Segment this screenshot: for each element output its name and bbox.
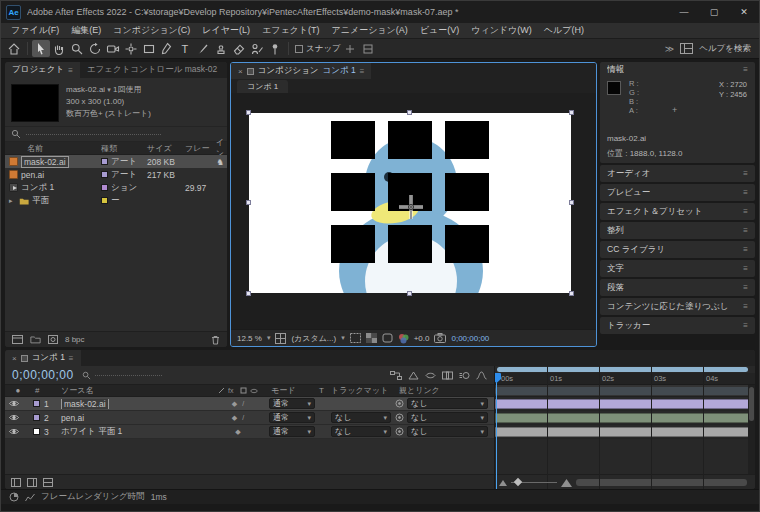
layer-bar-row-3[interactable] bbox=[495, 425, 755, 439]
pen-tool-icon[interactable] bbox=[158, 40, 176, 57]
item-name[interactable]: 平面 bbox=[32, 195, 49, 207]
expand-layer-switches-icon[interactable] bbox=[11, 478, 21, 487]
search-input[interactable] bbox=[95, 375, 162, 376]
resolution-dropdown[interactable]: (カスタム...) bbox=[291, 333, 336, 344]
col-type[interactable]: 種類 bbox=[101, 143, 147, 154]
project-bit-depth[interactable]: 8 bpc bbox=[65, 335, 85, 344]
selection-handle[interactable] bbox=[246, 291, 251, 296]
eye-icon[interactable] bbox=[9, 414, 19, 421]
panel-paragraph[interactable]: 段落≡ bbox=[600, 279, 755, 296]
menu-help[interactable]: ヘルプ(H) bbox=[538, 24, 590, 37]
close-tab-icon[interactable]: × bbox=[12, 354, 17, 363]
current-timecode[interactable]: 0;00;00;00 bbox=[12, 368, 74, 382]
pickwhip-icon[interactable] bbox=[395, 413, 404, 422]
timeline-zoom-slider[interactable] bbox=[511, 482, 557, 483]
label-chip[interactable] bbox=[101, 171, 108, 178]
minimize-button[interactable]: — bbox=[669, 1, 699, 23]
layer-switches[interactable]: ◆ bbox=[209, 428, 267, 436]
expand-transfer-controls-icon[interactable] bbox=[27, 478, 37, 487]
new-composition-icon[interactable] bbox=[48, 335, 58, 344]
menu-animation[interactable]: アニメーション(A) bbox=[326, 24, 414, 37]
panel-align[interactable]: 整列≡ bbox=[600, 222, 755, 239]
layer-bar-row-2[interactable] bbox=[495, 411, 755, 425]
col-switches[interactable]: fx bbox=[209, 387, 267, 394]
label-chip[interactable] bbox=[101, 197, 108, 204]
col-source-name[interactable]: ソース名 bbox=[61, 385, 209, 396]
timeline-columns-header[interactable]: ● # ソース名 fx モード T トラックマット 親とリンク bbox=[5, 384, 494, 397]
menu-effect[interactable]: エフェクト(T) bbox=[256, 24, 326, 37]
preview-timecode[interactable]: 0;00;00;00 bbox=[451, 334, 489, 343]
eye-icon[interactable] bbox=[9, 428, 19, 435]
layer-duration-bar[interactable] bbox=[495, 399, 753, 409]
timeline-vertical-scrollbar[interactable] bbox=[748, 385, 755, 474]
interpret-footage-icon[interactable] bbox=[12, 335, 23, 344]
tab-composition[interactable]: × コンポジション コンポ 1 ≡ bbox=[231, 63, 371, 79]
item-name[interactable]: mask-02.ai bbox=[21, 156, 69, 168]
selection-handle[interactable] bbox=[407, 291, 412, 296]
eraser-tool-icon[interactable] bbox=[230, 40, 248, 57]
panel-menu-icon[interactable]: ≡ bbox=[69, 354, 74, 363]
selection-handle[interactable] bbox=[246, 200, 251, 205]
zoom-out-mountain-icon[interactable] bbox=[499, 479, 507, 486]
snap-option2-icon[interactable] bbox=[359, 40, 377, 57]
layer-switches[interactable]: ◆/ bbox=[209, 414, 267, 422]
panel-preview[interactable]: プレビュー≡ bbox=[600, 184, 755, 201]
selection-handle[interactable] bbox=[246, 110, 251, 115]
workspace-icon[interactable] bbox=[680, 43, 693, 54]
panel-character[interactable]: 文字≡ bbox=[600, 260, 755, 277]
menu-edit[interactable]: 編集(E) bbox=[65, 24, 107, 37]
blend-mode-dropdown[interactable]: 通常▾ bbox=[269, 426, 315, 437]
layer-color-chip[interactable] bbox=[33, 428, 40, 435]
time-ruler[interactable]: 00s 01s 02s 03s 04s bbox=[495, 373, 755, 385]
menu-view[interactable]: ビュー(V) bbox=[414, 24, 465, 37]
type-tool-icon[interactable]: T bbox=[176, 40, 194, 57]
chevron-down-icon[interactable]: ▾ bbox=[107, 86, 111, 93]
panel-tracker[interactable]: トラッカー≡ bbox=[600, 317, 755, 334]
eye-icon[interactable] bbox=[9, 400, 19, 407]
project-row-mask02[interactable]: mask-02.ai アート 208 KB ♞ bbox=[5, 155, 227, 168]
menu-composition[interactable]: コンポジション(C) bbox=[107, 24, 196, 37]
layer-duration-bar[interactable] bbox=[495, 427, 753, 437]
draft-3d-icon[interactable] bbox=[408, 371, 419, 380]
project-row-comp1[interactable]: コンポ 1 ション 29.97 bbox=[5, 181, 227, 194]
work-area-bar[interactable] bbox=[495, 385, 755, 397]
project-columns-header[interactable]: 名前 種類 サイズ フレー イン bbox=[5, 142, 227, 155]
snap-option-icon[interactable] bbox=[341, 40, 359, 57]
composition-viewer[interactable] bbox=[231, 93, 596, 329]
layer-bar-row-1[interactable] bbox=[495, 397, 755, 411]
col-size[interactable]: サイズ bbox=[147, 143, 185, 154]
layer-row-1[interactable]: 1 mask-02.ai ◆/ 通常▾ なし▾ bbox=[5, 397, 494, 411]
layer-name[interactable]: ホワイト 平面 1 bbox=[61, 426, 122, 436]
close-tab-icon[interactable]: × bbox=[238, 67, 243, 76]
toolbar-overflow-icon[interactable]: ≫ bbox=[665, 44, 674, 54]
menu-file[interactable]: ファイル(F) bbox=[5, 24, 65, 37]
track-matte-dropdown[interactable]: なし▾ bbox=[331, 412, 391, 423]
help-search-input[interactable]: ヘルプを検索 bbox=[699, 43, 751, 55]
panel-audio[interactable]: オーディオ≡ bbox=[600, 165, 755, 182]
tab-project[interactable]: プロジェクト ≡ bbox=[5, 62, 80, 78]
col-name[interactable]: 名前 bbox=[5, 143, 101, 154]
delete-icon[interactable] bbox=[211, 335, 220, 345]
item-name[interactable]: コンポ 1 bbox=[21, 182, 54, 194]
panel-menu-icon[interactable]: ≡ bbox=[360, 67, 365, 76]
label-chip[interactable] bbox=[101, 184, 108, 191]
pan-behind-tool-icon[interactable] bbox=[122, 40, 140, 57]
motion-blur-icon[interactable] bbox=[459, 371, 470, 380]
maximize-button[interactable]: ▢ bbox=[699, 1, 729, 23]
puppet-pin-tool-icon[interactable] bbox=[266, 40, 284, 57]
layer-color-chip[interactable] bbox=[33, 400, 40, 407]
selection-handle[interactable] bbox=[407, 110, 412, 115]
shape-tool-icon[interactable] bbox=[140, 40, 158, 57]
panel-content-aware-fill[interactable]: コンテンツに応じた塗りつぶし≡ bbox=[600, 298, 755, 315]
layer-switches[interactable]: ◆/ bbox=[209, 400, 267, 408]
close-button[interactable]: ✕ bbox=[729, 1, 759, 23]
panel-menu-icon[interactable]: ≡ bbox=[743, 65, 748, 74]
project-search[interactable] bbox=[5, 126, 227, 142]
selection-handle[interactable] bbox=[569, 110, 574, 115]
search-input[interactable] bbox=[26, 134, 161, 135]
orbit-camera-tool-icon[interactable] bbox=[86, 40, 104, 57]
selection-tool-icon[interactable] bbox=[32, 40, 50, 57]
panel-effects-presets[interactable]: エフェクト＆プリセット≡ bbox=[600, 203, 755, 220]
new-folder-icon[interactable] bbox=[30, 335, 41, 344]
clone-stamp-tool-icon[interactable] bbox=[212, 40, 230, 57]
